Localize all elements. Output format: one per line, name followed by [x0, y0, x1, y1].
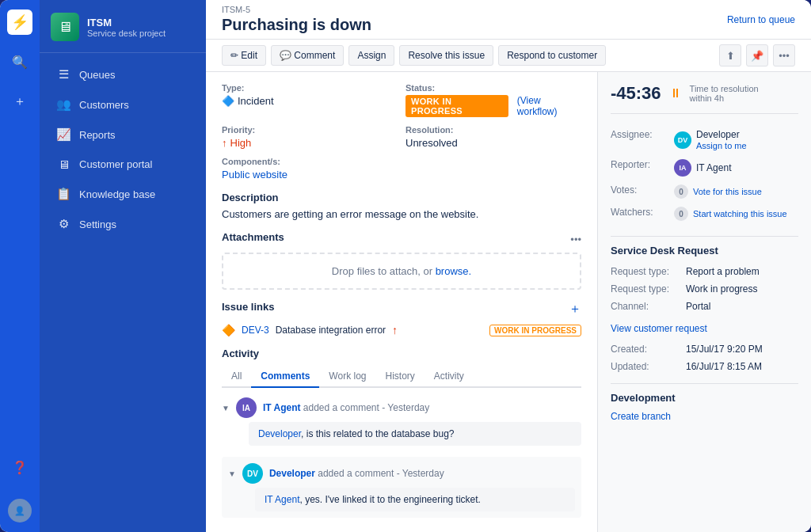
sidebar-item-label: Queues — [79, 69, 116, 81]
view-customer-request-link[interactable]: View customer request — [611, 323, 798, 334]
collapse-icon-1[interactable]: ▼ — [228, 469, 236, 478]
assignee-value: DV Developer Assign to me — [674, 125, 798, 155]
tab-all[interactable]: All — [222, 366, 251, 388]
reporter-avatar: IA — [674, 159, 691, 177]
status-value: WORK IN PROGRESS (View workflow) — [406, 95, 581, 117]
drop-zone[interactable]: Drop files to attach, or browse. — [222, 253, 581, 290]
assign-to-me-link[interactable]: Assign to me — [696, 141, 747, 150]
link-arrow-icon: ↑ — [392, 324, 398, 336]
sidebar-item-customers[interactable]: 👥 Customers — [44, 90, 201, 119]
app-logo[interactable]: ⚡ — [7, 10, 32, 35]
sidebar-item-settings[interactable]: ⚙ Settings — [44, 210, 201, 238]
resolve-button[interactable]: Resolve this issue — [399, 45, 493, 66]
issue-links-title: Issue links — [222, 301, 274, 313]
settings-icon: ⚙ — [55, 217, 71, 231]
comment-mention-developer[interactable]: Developer — [258, 428, 301, 439]
sdr-request-type-row-1: Request type: Report a problem — [611, 263, 798, 280]
type-label: Type: — [222, 83, 398, 93]
development-title: Development — [611, 392, 798, 404]
link-key[interactable]: DEV-3 — [242, 325, 269, 336]
comment-mention-itagent[interactable]: IT Agent — [265, 494, 299, 505]
respond-button[interactable]: Respond to customer — [498, 45, 606, 66]
link-status-badge: WORK IN PROGRESS — [489, 325, 581, 336]
create-icon[interactable]: ＋ — [7, 89, 32, 114]
comment-author-0[interactable]: IT Agent — [263, 402, 301, 413]
breadcrumb: ITSM-5 — [222, 5, 371, 14]
description-title: Description — [222, 192, 581, 203]
tab-history[interactable]: History — [376, 366, 425, 388]
meta-table: Assignee: DV Developer Assign to me — [611, 125, 798, 225]
pause-icon[interactable]: ⏸ — [669, 86, 682, 101]
attachments-more-icon[interactable]: ••• — [570, 234, 581, 245]
comment-avatar-1: DV — [242, 463, 263, 484]
collapse-icon[interactable]: ▼ — [222, 404, 230, 412]
right-panel: -45:36 ⏸ Time to resolution within 4h As… — [597, 72, 811, 532]
activity-tabs: All Comments Work log History Activity — [222, 366, 581, 388]
knowledge-icon: 📋 — [55, 187, 71, 201]
queues-icon: ☰ — [55, 67, 71, 82]
share-icon[interactable]: ⬆ — [719, 44, 741, 66]
service-desk-title: Service Desk Request — [611, 245, 798, 256]
browse-link[interactable]: browse. — [436, 265, 472, 277]
watch-link[interactable]: Start watching this issue — [693, 209, 787, 218]
project-sub: Service desk project — [87, 28, 166, 38]
top-bar: ITSM-5 Purchasing is down Return to queu… — [206, 0, 811, 40]
comment-body-1: IT Agent, yes. I've linked it to the eng… — [255, 488, 575, 511]
sidebar-item-knowledge-base[interactable]: 📋 Knowledge base — [44, 180, 201, 208]
issue-links-section: Issue links ＋ 🔶 DEV-3 Database integrati… — [222, 301, 581, 336]
status-badge: WORK IN PROGRESS — [406, 95, 508, 117]
icon-bar: ⚡ 🔍 ＋ ❓ 👤 — [0, 0, 40, 532]
watchers-label: Watchers: — [611, 203, 674, 225]
tab-work-log[interactable]: Work log — [319, 366, 375, 388]
priority-icon: ↑ — [222, 137, 227, 149]
attachments-section: Attachments ••• Drop files to attach, or… — [222, 231, 581, 290]
comment-item-1: ▼ DV Developer added a comment - Yesterd… — [222, 457, 581, 518]
content-area: Type: 🔷 Incident Status: WORK IN PROGRES… — [206, 72, 811, 532]
priority-value: ↑ High — [222, 137, 398, 149]
resolution-label: Resolution: — [406, 125, 581, 135]
assignee-name: Developer — [696, 129, 747, 140]
project-header: 🖥 ITSM Service desk project — [40, 10, 206, 53]
assignee-avatar: DV — [674, 131, 691, 149]
portal-icon: 🖥 — [55, 158, 71, 171]
sidebar: 🖥 ITSM Service desk project ☰ Queues 👥 C… — [40, 0, 206, 532]
timestamps-table: Created: 15/Jul/17 9:20 PM Updated: 16/J… — [611, 340, 798, 375]
sdr-table: Request type: Report a problem Request t… — [611, 263, 798, 315]
action-bar: ✏ Edit 💬 Comment Assign Resolve this iss… — [206, 40, 811, 72]
tab-comments[interactable]: Comments — [251, 366, 319, 388]
create-branch-link[interactable]: Create branch — [611, 411, 671, 422]
tab-activity[interactable]: Activity — [425, 366, 474, 388]
sidebar-item-customer-portal[interactable]: 🖥 Customer portal — [44, 150, 201, 178]
comment-body-0: Developer, is this related to the databa… — [249, 422, 581, 446]
more-icon[interactable]: ••• — [773, 44, 795, 66]
priority-label: Priority: — [222, 125, 398, 135]
sidebar-item-label: Settings — [79, 218, 116, 230]
view-workflow-link[interactable]: (View workflow) — [517, 95, 581, 117]
divider-1 — [611, 236, 798, 237]
user-avatar[interactable]: 👤 — [8, 499, 32, 522]
timer-value: -45:36 — [611, 83, 661, 104]
vote-link[interactable]: Vote for this issue — [693, 187, 762, 196]
sidebar-item-label: Knowledge base — [79, 188, 155, 200]
sidebar-item-queues[interactable]: ☰ Queues — [44, 60, 201, 89]
incident-icon: 🔷 — [222, 95, 234, 107]
link-type-icon: 🔶 — [222, 324, 235, 336]
comment-author-1[interactable]: Developer — [269, 468, 315, 479]
votes-label: Votes: — [611, 180, 674, 203]
comment-button[interactable]: 💬 Comment — [271, 45, 344, 66]
return-to-queue-link[interactable]: Return to queue — [727, 14, 795, 25]
edit-button[interactable]: ✏ Edit — [222, 45, 266, 66]
issue-title: Purchasing is down — [222, 16, 371, 34]
main-content: ITSM-5 Purchasing is down Return to queu… — [206, 0, 811, 532]
search-icon[interactable]: 🔍 — [7, 49, 32, 74]
assign-button[interactable]: Assign — [348, 45, 394, 66]
add-link-icon[interactable]: ＋ — [569, 301, 581, 317]
sidebar-item-reports[interactable]: 📈 Reports — [44, 120, 201, 149]
watchers-count: 0 — [674, 207, 688, 221]
pin-icon[interactable]: 📌 — [746, 44, 768, 66]
component-link[interactable]: Public website — [222, 169, 287, 180]
comment-item-0: ▼ IA IT Agent added a comment - Yesterda… — [222, 397, 581, 446]
help-icon[interactable]: ❓ — [7, 454, 32, 480]
description-text: Customers are getting an error message o… — [222, 208, 581, 220]
project-icon: 🖥 — [51, 13, 79, 41]
